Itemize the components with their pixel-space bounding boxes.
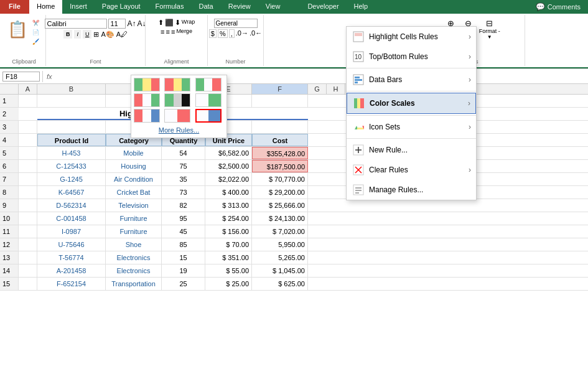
format-cells-button[interactable]: ⊟ Format - ▼: [479, 19, 500, 40]
cell-f12[interactable]: 5,950.00: [252, 238, 308, 251]
cell-a9[interactable]: [19, 199, 37, 212]
font-shrink-button[interactable]: A↓: [138, 19, 146, 28]
cell-f5[interactable]: $355,428.00: [252, 147, 308, 159]
align-left-button[interactable]: ≡: [161, 28, 164, 35]
menu-manage-rules[interactable]: Manage Rules...: [347, 180, 476, 200]
cell-d15[interactable]: 25: [162, 278, 205, 290]
cell-d14[interactable]: 19: [162, 264, 205, 277]
cs-red-white-blue[interactable]: [134, 109, 160, 123]
tab-formulas[interactable]: Formulas: [148, 0, 192, 14]
cell-a10[interactable]: [19, 212, 37, 225]
currency-button[interactable]: $: [209, 29, 217, 38]
cs-green-yellow-red[interactable]: [134, 78, 160, 91]
cs-white-blue[interactable]: [195, 109, 222, 123]
col-header-h[interactable]: H: [327, 84, 345, 94]
cell-a14[interactable]: [19, 264, 37, 277]
cs-white-red[interactable]: [164, 109, 190, 123]
align-top-button[interactable]: ⬆: [158, 19, 164, 27]
menu-color-scales[interactable]: Color Scales ›: [347, 93, 476, 114]
cell-a7[interactable]: [19, 173, 37, 185]
menu-new-rule[interactable]: New Rule...: [347, 140, 476, 160]
dec-increase-button[interactable]: .0→: [236, 29, 248, 38]
cell-e7[interactable]: $2,022.00: [205, 173, 252, 185]
cell-b6[interactable]: C-125433: [37, 160, 106, 172]
align-bottom-button[interactable]: ⬇: [175, 19, 180, 27]
cell-a13[interactable]: [19, 251, 37, 264]
cell-c13[interactable]: Electronics: [106, 251, 162, 264]
cell-b5[interactable]: H-453: [37, 147, 106, 159]
dec-decrease-button[interactable]: .0←: [250, 29, 262, 38]
font-name-input[interactable]: [45, 19, 107, 29]
copy-button[interactable]: 📄: [30, 28, 42, 37]
cell-f14[interactable]: $ 1,045.00: [252, 264, 308, 277]
tab-comments[interactable]: 💬 Comments: [528, 0, 588, 14]
cell-b11[interactable]: I-0987: [37, 225, 106, 238]
cell-b10[interactable]: C-001458: [37, 212, 106, 225]
percent-button[interactable]: %: [218, 29, 228, 38]
tab-view[interactable]: View: [258, 0, 288, 14]
tab-page-layout[interactable]: Page Layout: [95, 0, 148, 14]
cs-white-green[interactable]: [195, 93, 222, 107]
cell-e13[interactable]: $ 351.00: [205, 251, 252, 264]
cell-c10[interactable]: Furniture: [106, 212, 162, 225]
underline-button[interactable]: U: [83, 30, 92, 39]
cell-c5[interactable]: Mobile: [106, 147, 162, 159]
more-rules-link[interactable]: More Rules...: [134, 125, 224, 135]
align-center-button[interactable]: ≡: [166, 28, 170, 35]
tab-file[interactable]: File: [0, 0, 29, 14]
cell-a15[interactable]: [19, 278, 37, 290]
cell-a6[interactable]: [19, 160, 37, 172]
menu-data-bars[interactable]: Data Bars ›: [347, 70, 476, 90]
number-format-input[interactable]: [214, 19, 258, 28]
cell-a12[interactable]: [19, 238, 37, 251]
cell-d9[interactable]: 82: [162, 199, 205, 212]
cell-d7[interactable]: 35: [162, 173, 205, 185]
cell-f15[interactable]: $ 625.00: [252, 278, 308, 290]
cell-b12[interactable]: U-75646: [37, 238, 106, 251]
col-header-f[interactable]: F: [252, 84, 308, 94]
menu-top-bottom[interactable]: 10 Top/Bottom Rules ›: [347, 47, 476, 67]
cell-b3[interactable]: [37, 121, 106, 133]
tab-home[interactable]: Home: [29, 0, 62, 14]
cell-b15[interactable]: F-652154: [37, 278, 106, 290]
cell-d12[interactable]: 85: [162, 238, 205, 251]
cell-a8[interactable]: [19, 186, 37, 199]
cell-d8[interactable]: 73: [162, 186, 205, 199]
cell-b13[interactable]: T-56774: [37, 251, 106, 264]
col-header-b[interactable]: B: [37, 84, 106, 94]
cell-c7[interactable]: Air Condition: [106, 173, 162, 185]
cell-f8[interactable]: $ 29,200.00: [252, 186, 308, 199]
cell-f3[interactable]: [252, 121, 308, 133]
cell-c11[interactable]: Furniture: [106, 225, 162, 238]
cell-c6[interactable]: Housing: [106, 160, 162, 172]
cell-e12[interactable]: $ 70.00: [205, 238, 252, 251]
cell-c8[interactable]: Cricket Bat: [106, 186, 162, 199]
cell-f11[interactable]: $ 7,020.00: [252, 225, 308, 238]
cell-e8[interactable]: $ 400.00: [205, 186, 252, 199]
cell-d13[interactable]: 15: [162, 251, 205, 264]
cell-d6[interactable]: 75: [162, 160, 205, 172]
cell-c15[interactable]: Transportation: [106, 278, 162, 290]
cell-c12[interactable]: Shoe: [106, 238, 162, 251]
cell-b7[interactable]: G-1245: [37, 173, 106, 185]
cell-b9[interactable]: D-562314: [37, 199, 106, 212]
cell-c14[interactable]: Electronics: [106, 264, 162, 277]
cut-button[interactable]: ✂️: [30, 19, 42, 27]
cell-e6[interactable]: $2,500.00: [205, 160, 252, 172]
cell-b1[interactable]: [37, 95, 106, 107]
italic-button[interactable]: I: [74, 30, 81, 39]
cell-a2[interactable]: [19, 108, 37, 120]
format-painter-button[interactable]: 🖌️: [30, 37, 42, 46]
tab-insert[interactable]: Insert: [62, 0, 95, 14]
font-size-input[interactable]: [108, 19, 126, 29]
cell-e9[interactable]: $ 313.00: [205, 199, 252, 212]
cell-d5[interactable]: 54: [162, 147, 205, 159]
border-button[interactable]: ⊞: [93, 30, 99, 39]
cell-f1[interactable]: [252, 95, 308, 107]
cell-d11[interactable]: 45: [162, 225, 205, 238]
name-box[interactable]: [2, 72, 40, 82]
cell-c9[interactable]: Television: [106, 199, 162, 212]
col-header-g[interactable]: G: [308, 84, 327, 94]
cell-f6[interactable]: $187,500.00: [252, 160, 308, 172]
cell-f13[interactable]: 5,265.00: [252, 251, 308, 264]
